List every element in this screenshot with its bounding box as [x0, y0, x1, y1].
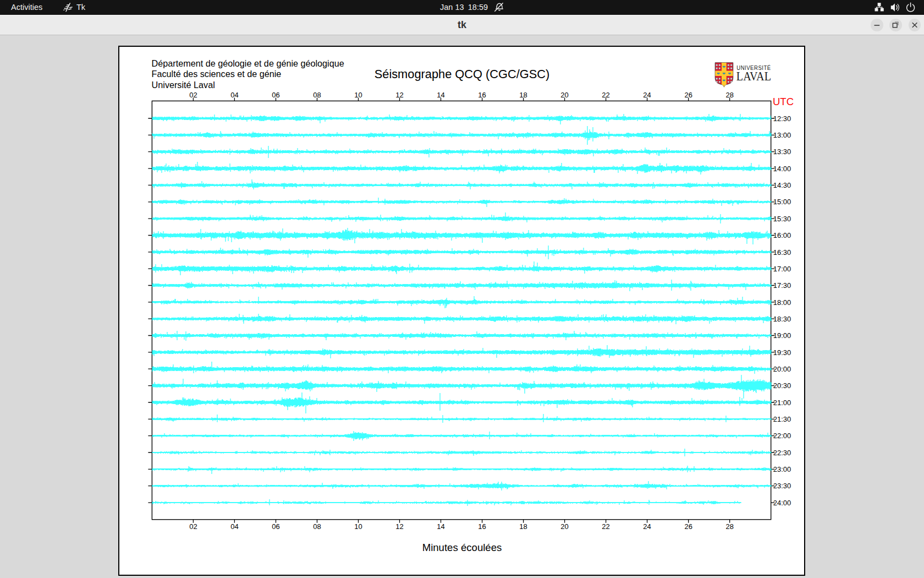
svg-text:17:30: 17:30 — [773, 281, 791, 290]
svg-text:04: 04 — [230, 91, 238, 99]
svg-text:23:30: 23:30 — [773, 482, 791, 490]
svg-text:12:30: 12:30 — [773, 114, 791, 123]
svg-text:19:00: 19:00 — [773, 331, 791, 340]
svg-text:28: 28 — [725, 522, 733, 531]
svg-text:18: 18 — [519, 522, 527, 531]
svg-text:21:00: 21:00 — [773, 399, 791, 407]
svg-text:02: 02 — [189, 522, 197, 531]
svg-text:12: 12 — [395, 522, 403, 531]
svg-text:20: 20 — [560, 522, 568, 531]
svg-text:24:00: 24:00 — [773, 499, 791, 507]
svg-text:17:00: 17:00 — [773, 265, 791, 273]
svg-text:22:30: 22:30 — [773, 449, 791, 457]
svg-text:Séismographe QCQ (CGC/GSC): Séismographe QCQ (CGC/GSC) — [375, 67, 550, 81]
svg-text:18: 18 — [519, 91, 527, 99]
svg-text:UTC: UTC — [773, 96, 794, 107]
svg-text:Faculté des sciences et de gén: Faculté des sciences et de génie — [152, 69, 282, 79]
svg-text:16:00: 16:00 — [773, 231, 791, 239]
svg-text:02: 02 — [189, 91, 197, 99]
svg-text:28: 28 — [725, 91, 733, 99]
svg-text:LAVAL: LAVAL — [736, 69, 771, 83]
svg-text:22:00: 22:00 — [773, 432, 791, 440]
svg-text:16: 16 — [478, 522, 486, 531]
svg-text:10: 10 — [354, 91, 362, 99]
svg-text:13:30: 13:30 — [773, 148, 791, 156]
svg-text:26: 26 — [684, 91, 692, 99]
svg-text:16: 16 — [478, 91, 486, 99]
svg-text:20:30: 20:30 — [773, 381, 791, 390]
svg-text:15:00: 15:00 — [773, 198, 791, 206]
svg-text:14: 14 — [437, 91, 444, 99]
svg-text:10: 10 — [354, 522, 362, 531]
svg-text:20: 20 — [560, 91, 568, 99]
svg-text:Département de géologie et de: Département de géologie et de génie géol… — [152, 58, 344, 68]
svg-text:22: 22 — [602, 91, 609, 99]
svg-text:18:00: 18:00 — [773, 298, 791, 307]
svg-text:13:00: 13:00 — [773, 131, 791, 139]
svg-text:14: 14 — [437, 522, 444, 531]
svg-text:08: 08 — [313, 522, 321, 531]
svg-text:21:30: 21:30 — [773, 415, 791, 423]
svg-text:14:30: 14:30 — [773, 181, 791, 189]
svg-text:18:30: 18:30 — [773, 315, 791, 323]
svg-text:23:00: 23:00 — [773, 465, 791, 473]
svg-text:24: 24 — [643, 522, 651, 531]
svg-text:22: 22 — [602, 522, 609, 531]
svg-text:12: 12 — [395, 91, 403, 99]
svg-text:06: 06 — [272, 91, 279, 99]
svg-text:Minutes écoulées: Minutes écoulées — [422, 542, 502, 553]
svg-text:08: 08 — [313, 91, 321, 99]
svg-text:04: 04 — [230, 522, 238, 531]
svg-text:20:00: 20:00 — [773, 365, 791, 373]
svg-text:16:30: 16:30 — [773, 248, 791, 257]
svg-text:14:00: 14:00 — [773, 165, 791, 173]
svg-text:19:30: 19:30 — [773, 348, 791, 357]
svg-text:Université Laval: Université Laval — [152, 80, 215, 90]
svg-text:26: 26 — [684, 522, 692, 531]
svg-text:06: 06 — [272, 522, 279, 531]
svg-text:15:30: 15:30 — [773, 215, 791, 223]
svg-text:24: 24 — [643, 91, 651, 99]
